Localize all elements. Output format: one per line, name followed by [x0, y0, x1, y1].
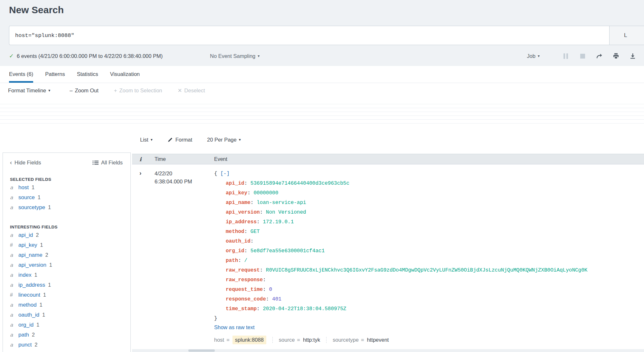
- json-value[interactable]: 401: [272, 296, 281, 302]
- field-link[interactable]: source: [18, 194, 35, 201]
- field-link[interactable]: method: [18, 302, 37, 308]
- chevron-down-icon: ▾: [258, 54, 260, 58]
- all-fields-button[interactable]: All Fields: [92, 160, 123, 166]
- time-range-picker-button[interactable]: L: [609, 26, 644, 45]
- field-link[interactable]: api_version: [18, 262, 46, 268]
- tab-patterns[interactable]: Patterns: [45, 66, 65, 83]
- field-link[interactable]: api_name: [18, 252, 43, 258]
- json-value[interactable]: 172.19.0.1: [263, 219, 294, 225]
- share-button[interactable]: [596, 52, 603, 60]
- json-key[interactable]: api_version: [226, 209, 260, 215]
- json-colon: :: [260, 267, 266, 273]
- event-sampling-menu[interactable]: No Event Sampling ▾: [210, 51, 260, 61]
- format-timeline-menu[interactable]: Format Timeline ▾: [8, 88, 50, 94]
- meta-value[interactable]: splunk:8088: [232, 336, 266, 344]
- json-key[interactable]: api_key: [226, 190, 247, 196]
- json-field-request_time: request_time: 0: [226, 285, 644, 294]
- expand-event-chevron[interactable]: ›: [139, 170, 141, 176]
- chevron-down-icon: ▾: [538, 54, 540, 58]
- field-row-method[interactable]: amethod1: [10, 302, 130, 312]
- field-link[interactable]: path: [18, 332, 29, 338]
- json-value[interactable]: 2020-04-22T18:38:04.580975Z: [263, 306, 346, 312]
- tab-events-6[interactable]: Events (6): [9, 66, 33, 83]
- json-key[interactable]: ip_address: [226, 219, 257, 225]
- time-column-header: Time: [155, 156, 214, 162]
- search-input[interactable]: [9, 26, 609, 45]
- json-value[interactable]: 00000000: [253, 190, 278, 196]
- field-row-sourcetype[interactable]: asourcetype1: [10, 204, 130, 214]
- field-row-host[interactable]: ahost1: [10, 184, 130, 194]
- json-value[interactable]: 536915894e71466440400d3ce963cb5c: [251, 181, 349, 186]
- field-row-api_name[interactable]: aapi_name2: [10, 252, 130, 262]
- field-link[interactable]: linecount: [18, 292, 40, 298]
- event-timestamp: 4/22/20 6:38:04.000 PM: [155, 169, 214, 344]
- field-link[interactable]: org_id: [18, 322, 33, 328]
- json-key[interactable]: oauth_id: [226, 238, 251, 244]
- field-type-icon: a: [10, 342, 18, 348]
- field-row-path[interactable]: apath2: [10, 332, 130, 342]
- print-button[interactable]: [612, 52, 620, 60]
- field-link[interactable]: punct: [18, 342, 32, 348]
- field-row-punct[interactable]: apunct2: [10, 342, 130, 352]
- field-link[interactable]: host: [18, 184, 29, 191]
- format-results-button[interactable]: Format: [167, 137, 192, 143]
- horizontal-scrollbar[interactable]: [132, 349, 644, 352]
- json-key[interactable]: raw_response: [226, 277, 263, 283]
- zoom-to-selection-button[interactable]: + Zoom to Selection: [114, 88, 162, 94]
- json-key[interactable]: response_code: [226, 296, 266, 302]
- field-row-ip_address[interactable]: aip_address1: [10, 282, 130, 292]
- meta-value[interactable]: httpevent: [367, 337, 389, 343]
- chevron-down-icon: ▾: [151, 137, 153, 142]
- field-link[interactable]: api_id: [18, 232, 33, 238]
- field-row-api_key[interactable]: #api_key1: [10, 242, 130, 252]
- json-key[interactable]: path: [226, 258, 238, 264]
- export-button[interactable]: [629, 52, 636, 60]
- tab-statistics[interactable]: Statistics: [77, 66, 98, 83]
- json-key[interactable]: org_id: [226, 248, 244, 254]
- collapse-toggle[interactable]: [-]: [220, 171, 230, 177]
- meta-value[interactable]: http:tyk: [303, 337, 320, 343]
- meta-source: source=http:tyk: [272, 337, 320, 343]
- json-key[interactable]: time_stamp: [226, 306, 257, 312]
- json-key[interactable]: method: [226, 229, 244, 235]
- field-row-org_id[interactable]: aorg_id1: [10, 322, 130, 332]
- field-row-index[interactable]: aindex1: [10, 272, 130, 282]
- deselect-button[interactable]: ✕ Deselect: [177, 88, 205, 94]
- show-raw-text-link[interactable]: Show as raw text: [214, 324, 255, 330]
- stop-button[interactable]: [579, 52, 586, 60]
- scrollbar-thumb[interactable]: [188, 349, 215, 352]
- field-link[interactable]: api_key: [18, 242, 37, 248]
- json-key[interactable]: api_id: [226, 181, 244, 186]
- json-key[interactable]: raw_request: [226, 267, 260, 273]
- field-row-oauth_id[interactable]: aoauth_id1: [10, 312, 130, 322]
- json-value[interactable]: GET: [251, 229, 260, 235]
- json-key[interactable]: api_name: [226, 200, 251, 206]
- json-value[interactable]: /: [244, 258, 248, 264]
- zoom-out-button[interactable]: – Zoom Out: [70, 88, 99, 94]
- field-row-api_id[interactable]: aapi_id2: [10, 232, 130, 242]
- json-colon: :: [244, 181, 251, 186]
- job-menu-button[interactable]: Job ▾: [527, 53, 540, 59]
- json-value[interactable]: 5e8df7ea55e6300001cf4ac1: [251, 248, 325, 254]
- field-link[interactable]: oauth_id: [18, 312, 39, 318]
- field-row-linecount[interactable]: #linecount1: [10, 292, 130, 302]
- field-row-api_version[interactable]: aapi_version1: [10, 262, 130, 272]
- hide-fields-button[interactable]: ‹ Hide Fields: [10, 159, 41, 166]
- list-view-menu[interactable]: List ▾: [140, 137, 153, 143]
- timeline-histogram[interactable]: [0, 100, 644, 124]
- per-page-menu[interactable]: 20 Per Page ▾: [207, 137, 241, 143]
- json-value[interactable]: 0: [269, 287, 272, 292]
- tab-visualization[interactable]: Visualization: [110, 66, 140, 83]
- field-link[interactable]: sourcetype: [18, 204, 45, 211]
- field-type-icon: a: [10, 272, 18, 278]
- event-row: › 4/22/20 6:38:04.000 PM { [-] api_id: 5…: [132, 164, 644, 344]
- json-value[interactable]: loan-service-api: [257, 200, 306, 206]
- field-link[interactable]: index: [18, 272, 32, 278]
- field-row-source[interactable]: asource1: [10, 194, 130, 204]
- pause-button[interactable]: [562, 52, 569, 60]
- json-key[interactable]: request_time: [226, 287, 263, 292]
- json-value[interactable]: R0VUIC8gSFRUUC8xLjENCkhvc3Q6IGxvY2FsaG9z…: [266, 267, 588, 273]
- json-value[interactable]: Non Versioned: [266, 209, 306, 215]
- share-icon: [596, 53, 603, 59]
- field-link[interactable]: ip_address: [18, 282, 45, 288]
